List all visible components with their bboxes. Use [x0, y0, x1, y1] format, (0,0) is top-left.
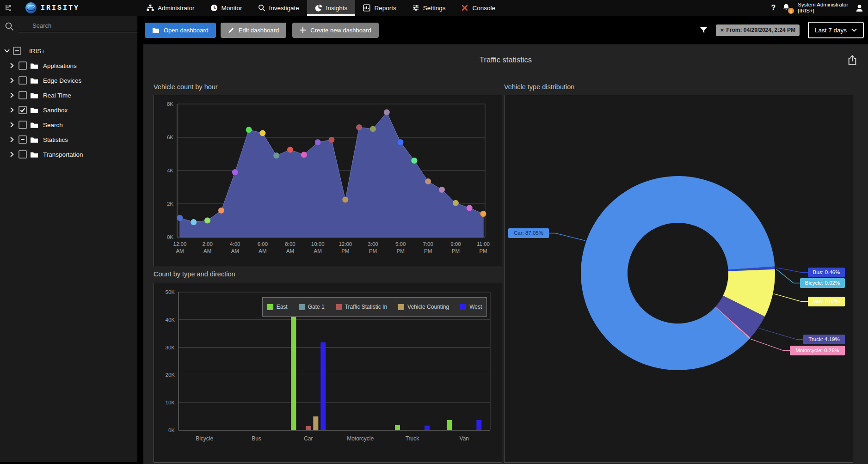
data-point	[342, 197, 348, 203]
tree-item-transportation[interactable]: Transportation	[0, 147, 137, 162]
tree-item-label: Sandbox	[43, 107, 68, 114]
chevron-down-icon	[851, 28, 857, 32]
user-org: [IRIS+]	[798, 8, 848, 14]
tree-item-label: Statistics	[43, 136, 68, 143]
filter-chip-label: From: 04/29/2024, 2:24 PM	[726, 27, 795, 33]
legend-label: East	[277, 304, 288, 310]
pencil-icon	[228, 27, 234, 33]
legend-swatch	[398, 304, 404, 310]
chevron-right-icon[interactable]	[8, 92, 16, 99]
filter-remove-icon[interactable]: ✕	[720, 28, 724, 33]
export-share-icon[interactable]	[847, 55, 858, 66]
chevron-down-icon[interactable]	[3, 47, 11, 55]
filter-funnel-icon[interactable]	[700, 27, 708, 34]
nav-menu: AdministratorMonitorInvestigateInsightsR…	[139, 0, 503, 16]
bar-east	[291, 317, 296, 430]
pie-leader-line	[759, 329, 803, 340]
search-input[interactable]	[18, 20, 138, 32]
legend-item-traffic-statistic-in[interactable]: Traffic Statistic In	[336, 304, 387, 310]
nav-item-label: Administrator	[158, 5, 195, 12]
bar-west	[320, 342, 326, 430]
nav-item-monitor[interactable]: Monitor	[203, 0, 250, 16]
tree-item-applications[interactable]: Applications	[0, 58, 137, 73]
nav-item-investigate[interactable]: Investigate	[250, 0, 307, 16]
nav-item-reports[interactable]: Reports	[355, 0, 404, 16]
tree-item-label: IRIS+	[29, 48, 45, 55]
tree-checkbox[interactable]	[18, 91, 27, 99]
resource-tree: IRIS+ApplicationsEdge DevicesReal TimeSa…	[0, 43, 137, 162]
nav-item-label: Investigate	[269, 5, 299, 12]
edit-dashboard-button[interactable]: Edit dashboard	[221, 23, 286, 38]
nav-item-administrator[interactable]: Administrator	[139, 0, 203, 16]
bar-chart-title: Count by type and direction	[154, 270, 235, 278]
bar-west	[476, 420, 481, 430]
tree-checkbox[interactable]	[13, 47, 21, 55]
time-range-selector[interactable]: Last 7 days	[808, 22, 864, 38]
tree-item-label: Search	[43, 122, 63, 128]
folder-icon	[30, 92, 38, 99]
tree-item-statistics[interactable]: Statistics	[0, 132, 137, 147]
nav-item-console[interactable]: Console	[453, 0, 503, 16]
svg-text:3:00PM: 3:00PM	[368, 241, 378, 254]
data-point	[384, 110, 390, 116]
svg-text:20K: 20K	[166, 372, 175, 378]
tree-checkbox[interactable]	[18, 121, 27, 129]
user-name: System Administrator	[798, 2, 848, 8]
clock-icon	[210, 4, 218, 12]
create-dashboard-button[interactable]: Create new dashboard	[292, 23, 379, 38]
tree-item-real-time[interactable]: Real Time	[0, 88, 137, 103]
nav-item-insights[interactable]: Insights	[307, 0, 356, 16]
legend-item-east[interactable]: East	[267, 304, 288, 310]
nav-item-label: Reports	[374, 5, 396, 12]
tree-item-iris-[interactable]: IRIS+	[0, 43, 137, 58]
data-point	[191, 219, 197, 225]
data-point	[301, 152, 307, 158]
tree-checkbox[interactable]	[18, 76, 27, 85]
chevron-right-icon[interactable]	[8, 151, 16, 158]
help-icon[interactable]: ?	[771, 4, 776, 12]
legend-item-gate-1[interactable]: Gate 1	[299, 304, 325, 310]
legend-label: Vehicle Counting	[407, 304, 449, 310]
tree-checkbox[interactable]	[18, 135, 27, 144]
sliders-icon	[412, 4, 419, 12]
tree-item-label: Applications	[43, 62, 77, 69]
data-point	[411, 158, 417, 164]
chevron-right-icon[interactable]	[8, 106, 16, 114]
svg-text:4:00AM: 4:00AM	[230, 241, 240, 254]
data-point	[398, 139, 404, 145]
tree-panel-toggle-icon[interactable]	[5, 4, 13, 12]
data-point	[425, 178, 431, 184]
legend-label: Traffic Statistic In	[345, 304, 387, 310]
legend-item-vehicle-counting[interactable]: Vehicle Counting	[398, 304, 449, 310]
open-dashboard-button[interactable]: Open dashboard	[145, 23, 216, 38]
chevron-right-icon[interactable]	[8, 62, 16, 69]
tree-item-edge-devices[interactable]: Edge Devices	[0, 73, 137, 88]
tree-checkbox[interactable]	[18, 61, 27, 70]
tree-item-sandbox[interactable]: Sandbox	[0, 103, 137, 117]
data-point	[273, 153, 279, 159]
notifications-button[interactable]: 2	[782, 3, 791, 12]
legend-item-west[interactable]: West	[460, 304, 482, 310]
nav-item-settings[interactable]: Settings	[404, 0, 454, 16]
svg-text:10:00AM: 10:00AM	[311, 241, 325, 254]
pie-label-chip-motorcycle: Motorcycle: 0.26%	[790, 346, 845, 355]
chevron-right-icon[interactable]	[8, 121, 16, 128]
tree-item-search[interactable]: Search	[0, 117, 137, 132]
svg-text:30K: 30K	[166, 345, 175, 350]
data-point	[204, 218, 210, 224]
pie-leader-line	[751, 339, 790, 351]
search-icon	[258, 4, 265, 12]
tree-checkbox[interactable]	[18, 150, 27, 159]
folder-icon	[30, 151, 38, 158]
bar-east	[447, 420, 452, 430]
tree-item-label: Transportation	[43, 151, 83, 158]
dashboard-canvas: Traffic statistics Vehicle count by hour…	[143, 44, 868, 464]
chevron-right-icon[interactable]	[8, 77, 16, 84]
user-avatar-icon[interactable]	[855, 3, 864, 13]
date-filter-chip[interactable]: ✕ From: 04/29/2024, 2:24 PM	[716, 24, 800, 36]
svg-text:40K: 40K	[166, 317, 175, 323]
tree-checkbox[interactable]	[18, 106, 27, 114]
chevron-right-icon[interactable]	[8, 136, 16, 143]
svg-text:50K: 50K	[166, 289, 175, 295]
svg-text:Car: Car	[304, 435, 313, 442]
